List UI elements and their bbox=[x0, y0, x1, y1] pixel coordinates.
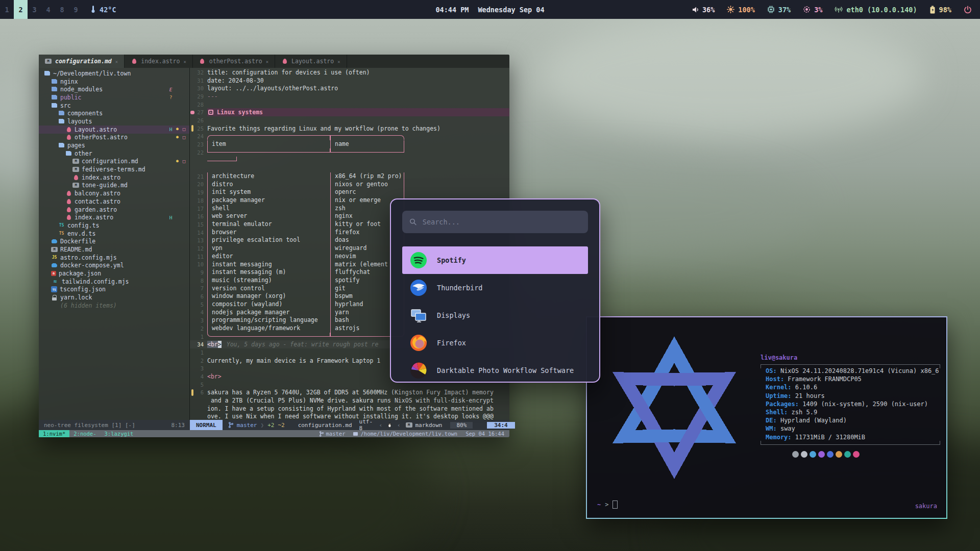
tree-item[interactable]: docker-compose.yml bbox=[39, 262, 189, 270]
buffer-line: 6 sakura has a Ryzen 5 7640U, 32GB of DD… bbox=[190, 389, 509, 397]
fetch-info-label: DE: bbox=[766, 417, 777, 425]
table-cell-item: init system bbox=[208, 188, 330, 196]
table-header-row: 23 item name bbox=[190, 140, 509, 148]
file-name: fediverse-terms.md bbox=[82, 166, 145, 173]
launcher-item-displays[interactable]: Displays bbox=[402, 302, 588, 329]
line-number: 20 bbox=[195, 181, 207, 187]
file-icon bbox=[58, 230, 65, 237]
power-icon bbox=[964, 6, 972, 14]
tree-item[interactable]: config.ts bbox=[39, 221, 189, 230]
launcher-item-spotify[interactable]: Spotify bbox=[402, 246, 588, 274]
workspace-button[interactable]: 3 bbox=[28, 0, 41, 19]
file-icon bbox=[51, 86, 58, 93]
network-module[interactable]: eth0 (10.0.0.140) bbox=[835, 6, 917, 14]
volume-module[interactable]: 36% bbox=[692, 6, 715, 14]
tree-item[interactable]: nginx bbox=[39, 78, 189, 86]
workspace-button[interactable]: 2 bbox=[14, 0, 28, 19]
unstaged-badge: □ bbox=[182, 135, 186, 140]
buffer-tab[interactable]: otherPost.astro bbox=[193, 55, 275, 68]
tree-item[interactable]: fediverse-terms.md bbox=[39, 165, 189, 173]
tree-item[interactable]: public ? bbox=[39, 93, 189, 102]
palette-dot bbox=[836, 451, 842, 458]
tab-close-icon[interactable] bbox=[183, 58, 186, 65]
tree-item[interactable]: index.astro bbox=[39, 173, 189, 182]
tree-item[interactable]: pages bbox=[39, 141, 189, 149]
file-name: components bbox=[67, 110, 103, 117]
firefox-icon bbox=[409, 334, 428, 352]
launcher-item-thunderbird[interactable]: Thunderbird bbox=[402, 274, 588, 302]
search-input[interactable] bbox=[423, 218, 581, 226]
line-number: 21 bbox=[195, 173, 207, 180]
tree-item[interactable]: tailwind.config.mjs bbox=[39, 278, 189, 286]
tree-item[interactable]: node_modules E bbox=[39, 85, 189, 93]
workspace-button[interactable]: 4 bbox=[41, 0, 55, 19]
cursor-position: 34:4 bbox=[487, 422, 515, 429]
tree-item[interactable]: package.json bbox=[39, 269, 189, 278]
launcher-item-darktable[interactable]: Darktable Photo Workflow Software bbox=[402, 357, 588, 383]
tree-item[interactable]: layouts bbox=[39, 117, 189, 126]
workspace-button[interactable]: 8 bbox=[55, 0, 69, 19]
tree-item[interactable]: Dockerfile bbox=[39, 237, 189, 245]
workspace-button[interactable]: 9 bbox=[69, 0, 83, 19]
modified-badge: ● bbox=[175, 127, 180, 132]
tree-item[interactable]: otherPost.astro ● □ bbox=[39, 134, 189, 142]
tree-item[interactable]: balcony.astro bbox=[39, 189, 189, 197]
tree-item[interactable]: Layout.astro H ● □ bbox=[39, 126, 189, 134]
search-bar[interactable] bbox=[402, 211, 588, 233]
tab-close-icon[interactable] bbox=[266, 58, 268, 65]
table-cell-name: openrc bbox=[330, 188, 404, 196]
tree-item[interactable]: env.d.ts bbox=[39, 230, 189, 238]
file-icon bbox=[58, 142, 65, 149]
brightness-module[interactable]: 100% bbox=[727, 6, 755, 14]
file-name: nginx bbox=[60, 78, 78, 85]
power-button[interactable] bbox=[964, 6, 972, 14]
gutter-sign bbox=[190, 111, 194, 114]
tree-item[interactable]: tsconfig.json bbox=[39, 286, 189, 294]
palette-dot bbox=[818, 451, 825, 458]
table-cell-item: vpn bbox=[208, 244, 330, 253]
tree-item[interactable]: yarn.lock bbox=[39, 293, 189, 302]
table-cell-item: music (streaming) bbox=[208, 277, 330, 285]
temperature-module: 42°C bbox=[90, 6, 116, 14]
tree-item[interactable]: astro.config.mjs bbox=[39, 254, 189, 262]
buffer-tab[interactable]: index.astro bbox=[125, 55, 193, 68]
fetch-info-line: DE: Hyprland (Wayland) bbox=[766, 417, 940, 425]
volume-value: 36% bbox=[702, 6, 715, 14]
workspace-button[interactable]: 1 bbox=[0, 0, 14, 19]
tree-item[interactable]: garden.astro bbox=[39, 206, 189, 214]
tree-item[interactable]: components bbox=[39, 109, 189, 117]
file-icon bbox=[44, 70, 51, 77]
linux-penguin-icon bbox=[387, 422, 392, 428]
launcher-item-firefox[interactable]: Firefox bbox=[402, 329, 588, 357]
line-number: 2 bbox=[195, 358, 207, 364]
tree-item[interactable]: src bbox=[39, 102, 189, 110]
tree-item[interactable]: contact.astro bbox=[39, 197, 189, 206]
tab-close-icon[interactable] bbox=[337, 58, 340, 65]
table-row: 19 init system openrc bbox=[190, 188, 509, 196]
tree-item[interactable]: index.astro H bbox=[39, 213, 189, 221]
cpu-value: 37% bbox=[778, 6, 791, 14]
line-text: --- bbox=[207, 93, 218, 100]
shell-prompt[interactable]: ~ > bbox=[597, 500, 618, 509]
terminal-color-palette bbox=[792, 451, 940, 458]
tree-item[interactable]: ~/Development/liv.town bbox=[39, 69, 189, 78]
tree-item[interactable]: README.md bbox=[39, 245, 189, 254]
tree-item[interactable]: other bbox=[39, 149, 189, 158]
buffer-tab[interactable]: Layout.astro bbox=[275, 55, 347, 68]
line-number: 26 bbox=[195, 117, 207, 123]
file-name: layouts bbox=[67, 118, 92, 125]
tab-close-icon[interactable] bbox=[115, 58, 118, 65]
gpu-value: 3% bbox=[814, 6, 822, 14]
tmux-window[interactable]: 1:nvim* bbox=[39, 430, 69, 437]
file-icon bbox=[65, 190, 72, 197]
tree-item[interactable]: (6 hidden items) bbox=[39, 302, 189, 310]
gpu-chip-icon bbox=[803, 6, 811, 13]
sun-icon bbox=[727, 6, 734, 13]
tree-item[interactable]: configuration.md ● □ bbox=[39, 158, 189, 166]
chevron-separator-icon bbox=[261, 422, 264, 429]
tmux-window[interactable]: 2:node- bbox=[69, 430, 100, 437]
fetch-info-value: 21 hours bbox=[792, 392, 825, 400]
tree-item[interactable]: tone-guide.md bbox=[39, 182, 189, 190]
buffer-tab[interactable]: configuration.md bbox=[39, 55, 125, 68]
tmux-window[interactable]: 3:lazygit bbox=[101, 430, 138, 437]
